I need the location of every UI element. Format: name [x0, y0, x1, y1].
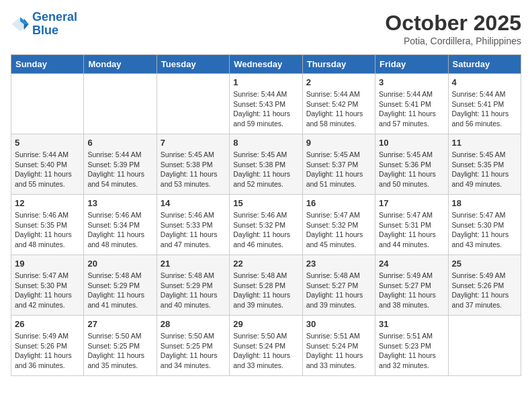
day-number: 19	[15, 259, 80, 269]
week-row-4: 19Sunrise: 5:47 AM Sunset: 5:30 PM Dayli…	[11, 255, 521, 316]
week-row-1: 1Sunrise: 5:44 AM Sunset: 5:43 PM Daylig…	[11, 74, 521, 134]
day-number: 9	[306, 138, 371, 148]
day-cell: 16Sunrise: 5:47 AM Sunset: 5:32 PM Dayli…	[302, 195, 375, 255]
day-number: 18	[452, 198, 517, 208]
day-info: Sunrise: 5:46 AM Sunset: 5:35 PM Dayligh…	[15, 210, 80, 250]
day-info: Sunrise: 5:44 AM Sunset: 5:41 PM Dayligh…	[379, 89, 444, 129]
day-cell: 9Sunrise: 5:45 AM Sunset: 5:37 PM Daylig…	[302, 134, 375, 195]
day-cell: 25Sunrise: 5:49 AM Sunset: 5:26 PM Dayli…	[448, 255, 521, 316]
day-number: 20	[87, 259, 152, 269]
day-number: 14	[161, 198, 226, 208]
day-info: Sunrise: 5:50 AM Sunset: 5:24 PM Dayligh…	[233, 331, 298, 371]
day-number: 17	[379, 198, 444, 208]
day-cell: 20Sunrise: 5:48 AM Sunset: 5:29 PM Dayli…	[84, 255, 157, 316]
logo-text: General Blue	[32, 11, 77, 38]
weekday-header-wednesday: Wednesday	[230, 55, 302, 74]
day-info: Sunrise: 5:48 AM Sunset: 5:29 PM Dayligh…	[87, 271, 152, 310]
weekday-header-thursday: Thursday	[302, 55, 375, 74]
day-info: Sunrise: 5:48 AM Sunset: 5:28 PM Dayligh…	[233, 271, 298, 310]
day-cell	[11, 74, 84, 134]
weekday-header-row: SundayMondayTuesdayWednesdayThursdayFrid…	[11, 55, 521, 74]
day-info: Sunrise: 5:44 AM Sunset: 5:41 PM Dayligh…	[452, 89, 517, 129]
day-cell: 26Sunrise: 5:49 AM Sunset: 5:26 PM Dayli…	[11, 316, 84, 376]
day-info: Sunrise: 5:48 AM Sunset: 5:29 PM Dayligh…	[161, 271, 226, 310]
day-cell: 24Sunrise: 5:49 AM Sunset: 5:27 PM Dayli…	[375, 255, 448, 316]
day-cell: 30Sunrise: 5:51 AM Sunset: 5:24 PM Dayli…	[302, 316, 375, 376]
day-number: 28	[161, 319, 226, 329]
day-number: 10	[379, 138, 444, 148]
day-cell: 29Sunrise: 5:50 AM Sunset: 5:24 PM Dayli…	[230, 316, 302, 376]
day-number: 31	[379, 319, 444, 329]
week-row-3: 12Sunrise: 5:46 AM Sunset: 5:35 PM Dayli…	[11, 195, 521, 255]
day-cell: 18Sunrise: 5:47 AM Sunset: 5:30 PM Dayli…	[448, 195, 521, 255]
day-cell: 11Sunrise: 5:45 AM Sunset: 5:35 PM Dayli…	[448, 134, 521, 195]
day-info: Sunrise: 5:48 AM Sunset: 5:27 PM Dayligh…	[306, 271, 371, 310]
day-info: Sunrise: 5:50 AM Sunset: 5:25 PM Dayligh…	[87, 331, 152, 371]
day-cell: 17Sunrise: 5:47 AM Sunset: 5:31 PM Dayli…	[375, 195, 448, 255]
week-row-2: 5Sunrise: 5:44 AM Sunset: 5:40 PM Daylig…	[11, 134, 521, 195]
month-title: October 2025	[385, 11, 521, 36]
day-cell: 13Sunrise: 5:46 AM Sunset: 5:34 PM Dayli…	[84, 195, 157, 255]
day-info: Sunrise: 5:47 AM Sunset: 5:30 PM Dayligh…	[15, 271, 80, 310]
day-info: Sunrise: 5:47 AM Sunset: 5:32 PM Dayligh…	[306, 210, 371, 250]
day-info: Sunrise: 5:49 AM Sunset: 5:26 PM Dayligh…	[452, 271, 517, 310]
day-number: 24	[379, 259, 444, 269]
day-info: Sunrise: 5:44 AM Sunset: 5:43 PM Dayligh…	[233, 89, 298, 129]
day-number: 11	[452, 138, 517, 148]
day-cell: 1Sunrise: 5:44 AM Sunset: 5:43 PM Daylig…	[230, 74, 302, 134]
day-cell: 10Sunrise: 5:45 AM Sunset: 5:36 PM Dayli…	[375, 134, 448, 195]
day-number: 6	[87, 138, 152, 148]
day-info: Sunrise: 5:47 AM Sunset: 5:31 PM Dayligh…	[379, 210, 444, 250]
day-info: Sunrise: 5:47 AM Sunset: 5:30 PM Dayligh…	[452, 210, 517, 250]
day-cell	[157, 74, 229, 134]
day-number: 5	[15, 138, 80, 148]
day-number: 1	[233, 77, 298, 87]
day-number: 25	[452, 259, 517, 269]
day-cell: 27Sunrise: 5:50 AM Sunset: 5:25 PM Dayli…	[84, 316, 157, 376]
day-number: 22	[233, 259, 298, 269]
weekday-header-monday: Monday	[84, 55, 157, 74]
day-number: 8	[233, 138, 298, 148]
day-cell: 15Sunrise: 5:46 AM Sunset: 5:32 PM Dayli…	[230, 195, 302, 255]
location-title: Potia, Cordillera, Philippines	[385, 36, 521, 46]
header: General Blue October 2025 Potia, Cordill…	[11, 11, 521, 46]
day-info: Sunrise: 5:50 AM Sunset: 5:25 PM Dayligh…	[161, 331, 226, 371]
day-info: Sunrise: 5:45 AM Sunset: 5:35 PM Dayligh…	[452, 150, 517, 189]
title-block: October 2025 Potia, Cordillera, Philippi…	[385, 11, 521, 46]
day-number: 23	[306, 259, 371, 269]
weekday-header-friday: Friday	[375, 55, 448, 74]
day-info: Sunrise: 5:46 AM Sunset: 5:32 PM Dayligh…	[233, 210, 298, 250]
day-info: Sunrise: 5:46 AM Sunset: 5:33 PM Dayligh…	[161, 210, 226, 250]
logo-line1: General	[32, 10, 77, 24]
day-number: 27	[87, 319, 152, 329]
day-info: Sunrise: 5:45 AM Sunset: 5:38 PM Dayligh…	[233, 150, 298, 189]
day-cell: 23Sunrise: 5:48 AM Sunset: 5:27 PM Dayli…	[302, 255, 375, 316]
day-info: Sunrise: 5:45 AM Sunset: 5:37 PM Dayligh…	[306, 150, 371, 189]
day-cell: 22Sunrise: 5:48 AM Sunset: 5:28 PM Dayli…	[230, 255, 302, 316]
day-info: Sunrise: 5:49 AM Sunset: 5:26 PM Dayligh…	[15, 331, 80, 371]
day-cell: 4Sunrise: 5:44 AM Sunset: 5:41 PM Daylig…	[448, 74, 521, 134]
logo-icon	[11, 15, 30, 34]
day-info: Sunrise: 5:44 AM Sunset: 5:39 PM Dayligh…	[87, 150, 152, 189]
day-cell: 21Sunrise: 5:48 AM Sunset: 5:29 PM Dayli…	[157, 255, 229, 316]
day-cell: 7Sunrise: 5:45 AM Sunset: 5:38 PM Daylig…	[157, 134, 229, 195]
day-number: 7	[161, 138, 226, 148]
day-number: 21	[161, 259, 226, 269]
day-cell: 28Sunrise: 5:50 AM Sunset: 5:25 PM Dayli…	[157, 316, 229, 376]
day-cell: 12Sunrise: 5:46 AM Sunset: 5:35 PM Dayli…	[11, 195, 84, 255]
day-cell: 14Sunrise: 5:46 AM Sunset: 5:33 PM Dayli…	[157, 195, 229, 255]
day-info: Sunrise: 5:44 AM Sunset: 5:40 PM Dayligh…	[15, 150, 80, 189]
day-info: Sunrise: 5:44 AM Sunset: 5:42 PM Dayligh…	[306, 89, 371, 129]
day-number: 2	[306, 77, 371, 87]
day-cell: 6Sunrise: 5:44 AM Sunset: 5:39 PM Daylig…	[84, 134, 157, 195]
day-cell: 31Sunrise: 5:51 AM Sunset: 5:23 PM Dayli…	[375, 316, 448, 376]
day-info: Sunrise: 5:49 AM Sunset: 5:27 PM Dayligh…	[379, 271, 444, 310]
day-cell: 19Sunrise: 5:47 AM Sunset: 5:30 PM Dayli…	[11, 255, 84, 316]
day-number: 15	[233, 198, 298, 208]
day-info: Sunrise: 5:45 AM Sunset: 5:36 PM Dayligh…	[379, 150, 444, 189]
weekday-header-tuesday: Tuesday	[157, 55, 229, 74]
day-info: Sunrise: 5:46 AM Sunset: 5:34 PM Dayligh…	[87, 210, 152, 250]
calendar-table: SundayMondayTuesdayWednesdayThursdayFrid…	[11, 54, 521, 376]
day-number: 4	[452, 77, 517, 87]
logo-line2: Blue	[32, 24, 58, 37]
